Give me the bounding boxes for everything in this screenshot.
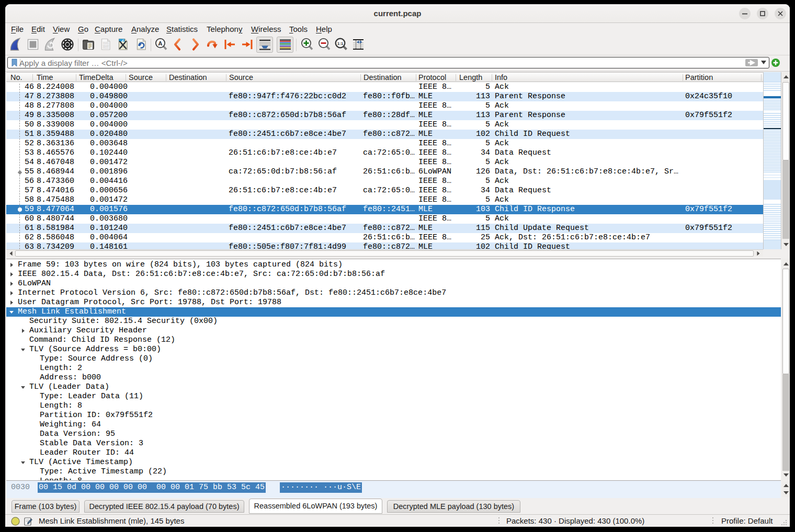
svg-text:1:1: 1:1	[337, 41, 344, 46]
svg-text:0111: 0111	[103, 47, 109, 49]
svg-text:A: A	[158, 40, 162, 47]
